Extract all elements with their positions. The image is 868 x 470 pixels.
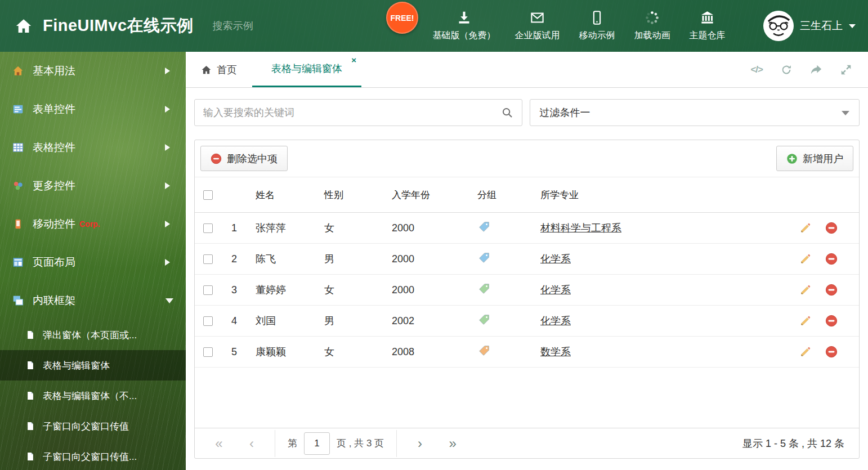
- sidebar-subitem-grid-edit-window[interactable]: 表格与编辑窗体: [0, 350, 186, 381]
- row-major-cell: 化学系: [533, 283, 785, 297]
- content-area: 过滤条件一 删除选中项 新增用户: [186, 88, 868, 470]
- major-link[interactable]: 化学系: [540, 284, 571, 296]
- refresh-icon[interactable]: [780, 64, 793, 76]
- row-checkbox[interactable]: [203, 285, 213, 295]
- first-page-button[interactable]: «: [203, 436, 235, 451]
- prev-page-button[interactable]: ‹: [235, 436, 268, 451]
- col-name[interactable]: 姓名: [248, 189, 316, 202]
- last-page-button[interactable]: »: [436, 436, 469, 451]
- nav-enterprise-trial[interactable]: 企业版试用: [505, 10, 570, 42]
- app-title: FineUIMvc在线示例: [43, 15, 194, 37]
- edit-icon[interactable]: [799, 253, 812, 265]
- file-icon: [26, 360, 35, 370]
- delete-selected-button[interactable]: 删除选中项: [200, 146, 288, 171]
- select-all-checkbox[interactable]: [203, 190, 213, 200]
- tag-icon: [478, 283, 490, 294]
- select-all-cell: [195, 190, 221, 200]
- home-icon[interactable]: [15, 17, 33, 34]
- sidebar-item-more-controls[interactable]: 更多控件: [0, 167, 186, 205]
- edit-icon[interactable]: [799, 346, 812, 358]
- sidebar-subitem-label: 表格与编辑窗体: [43, 359, 110, 372]
- sidebar-item-label: 内联框架: [33, 293, 75, 308]
- chevron-right-icon: [165, 221, 173, 227]
- delete-icon[interactable]: [825, 315, 838, 327]
- edit-icon[interactable]: [799, 284, 812, 296]
- pagination-bar: « ‹ 第 页 , 共 3 页 › » 显示 1 - 5 条 , 共 12 条: [195, 428, 859, 458]
- row-checkbox-cell: [195, 223, 221, 233]
- delete-icon[interactable]: [825, 346, 838, 358]
- tab-home[interactable]: 首页: [186, 52, 252, 87]
- row-checkbox[interactable]: [203, 254, 213, 264]
- sidebar-subitem-popup-window[interactable]: 弹出窗体（本页面或...: [0, 320, 186, 350]
- tab-label: 首页: [217, 63, 237, 77]
- nav-loading-animation[interactable]: 加载动画: [625, 10, 680, 42]
- col-gender[interactable]: 性别: [316, 189, 384, 202]
- sidebar-item-page-layout[interactable]: 页面布局: [0, 243, 186, 281]
- major-link[interactable]: 材料科学与工程系: [540, 222, 621, 234]
- sidebar-item-grid-controls[interactable]: 表格控件: [0, 128, 186, 167]
- row-checkbox[interactable]: [203, 223, 213, 233]
- nav-mobile-demo[interactable]: 移动示例: [570, 10, 625, 42]
- chevron-right-icon: [165, 144, 173, 151]
- user-menu[interactable]: 三生石上: [763, 11, 856, 41]
- col-year[interactable]: 入学年份: [384, 189, 469, 202]
- expand-icon[interactable]: [840, 64, 852, 76]
- chevron-down-icon: [165, 298, 173, 307]
- sidebar-subitem-label: 表格与编辑窗体（不...: [43, 390, 137, 402]
- row-checkbox[interactable]: [203, 347, 213, 357]
- row-group-cell: [469, 221, 533, 235]
- chevron-down-icon: [849, 24, 856, 32]
- delete-icon[interactable]: [825, 253, 838, 265]
- file-icon: [26, 330, 35, 340]
- add-user-button[interactable]: 新增用户: [776, 146, 853, 171]
- sidebar-item-label: 基本用法: [33, 64, 75, 78]
- major-link[interactable]: 数学系: [540, 346, 571, 357]
- sidebar-item-form-controls[interactable]: 表单控件: [0, 90, 186, 128]
- row-year: 2008: [384, 346, 469, 358]
- row-gender: 男: [316, 314, 384, 328]
- row-actions: [785, 284, 859, 296]
- source-code-icon[interactable]: </>: [750, 64, 763, 75]
- page-number-group: 第 页 , 共 3 页: [275, 430, 397, 457]
- row-index: 1: [221, 222, 248, 234]
- keyword-search-input[interactable]: [203, 107, 501, 119]
- sidebar-item-basic-usage[interactable]: 基本用法: [0, 52, 186, 90]
- sidebar-item-mobile-controls[interactable]: 移动控件 Corp.: [0, 205, 186, 243]
- row-actions: [785, 315, 859, 327]
- nav-theme-repo[interactable]: 主题仓库: [680, 10, 735, 42]
- sidebar-item-iframe[interactable]: 内联框架: [0, 281, 186, 320]
- major-link[interactable]: 化学系: [540, 253, 571, 265]
- search-icon[interactable]: [501, 106, 513, 119]
- page-number-input[interactable]: [304, 432, 330, 455]
- sidebar-subitem-grid-edit-window-2[interactable]: 表格与编辑窗体（不...: [0, 381, 186, 411]
- edit-icon[interactable]: [799, 222, 812, 234]
- grid-panel: 删除选中项 新增用户 姓名 性别 入学: [194, 140, 860, 459]
- major-link[interactable]: 化学系: [540, 315, 571, 326]
- record-summary: 显示 1 - 5 条 , 共 12 条: [742, 437, 851, 450]
- sidebar-subitem-child-to-parent-2[interactable]: 子窗口向父窗口传值...: [0, 441, 186, 470]
- row-group-cell: [469, 345, 533, 359]
- row-checkbox[interactable]: [203, 316, 213, 326]
- col-group[interactable]: 分组: [469, 189, 533, 202]
- delete-icon[interactable]: [825, 222, 838, 234]
- header-search-input[interactable]: [213, 20, 343, 32]
- main-content: 首页 表格与编辑窗体 × </>: [186, 52, 868, 470]
- close-icon[interactable]: ×: [351, 56, 356, 64]
- table-row: 5 康颖颖 女 2008 数学系: [195, 337, 859, 368]
- col-major[interactable]: 所学专业: [533, 189, 785, 202]
- sidebar-item-label: 移动控件: [33, 217, 75, 231]
- table-header-row: 姓名 性别 入学年份 分组 所学专业: [195, 177, 859, 213]
- edit-icon[interactable]: [799, 315, 812, 327]
- chevron-down-icon: [842, 111, 849, 119]
- table-row: 1 张萍萍 女 2000 材料科学与工程系: [195, 213, 859, 244]
- tag-icon: [478, 252, 490, 263]
- share-icon[interactable]: [810, 64, 822, 76]
- next-page-button[interactable]: ›: [404, 436, 436, 451]
- delete-icon[interactable]: [825, 284, 838, 296]
- nav-basic-free[interactable]: 基础版（免费）: [423, 10, 505, 42]
- keyword-search-box: [194, 99, 522, 126]
- bank-icon: [700, 10, 715, 25]
- filter-dropdown[interactable]: 过滤条件一: [530, 99, 860, 126]
- tab-grid-edit-window[interactable]: 表格与编辑窗体 ×: [252, 52, 361, 87]
- sidebar-subitem-child-to-parent[interactable]: 子窗口向父窗口传值: [0, 411, 186, 441]
